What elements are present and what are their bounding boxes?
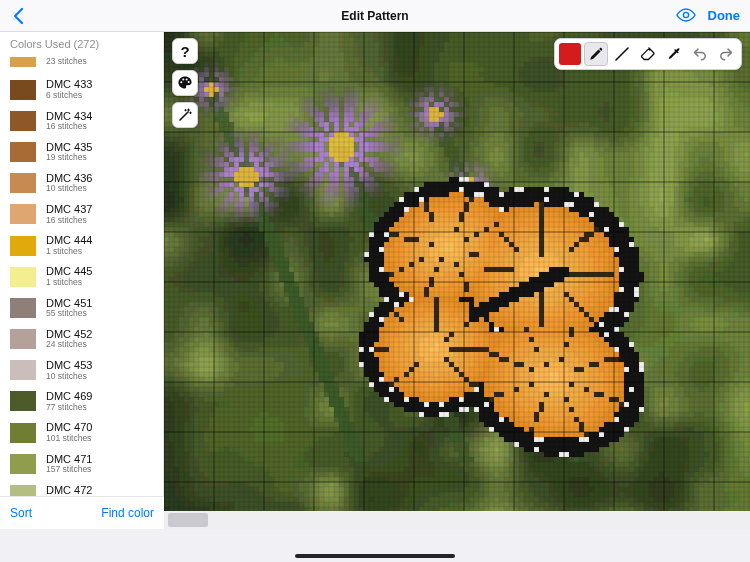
color-row[interactable]: DMC 470101 stitches [0, 417, 163, 448]
svg-rect-8060 [339, 372, 344, 377]
svg-rect-8420 [369, 387, 374, 392]
svg-rect-2147 [274, 122, 279, 127]
color-row[interactable]: DMC 43610 stitches [0, 168, 163, 199]
svg-rect-8427 [404, 387, 409, 392]
active-color-chip[interactable] [558, 42, 582, 66]
svg-rect-3492 [509, 177, 514, 182]
magic-wand-button[interactable] [172, 102, 198, 128]
help-button[interactable]: ? [172, 38, 198, 64]
svg-rect-6590 [659, 307, 664, 312]
color-row[interactable]: DMC 4451 stitches [0, 261, 163, 292]
svg-rect-4683 [564, 227, 569, 232]
svg-rect-8013 [694, 367, 699, 372]
svg-rect-5864 [569, 277, 574, 282]
color-row[interactable]: DMC 45155 stitches [0, 292, 163, 323]
svg-rect-2666 [509, 142, 514, 147]
svg-rect-5470 [369, 262, 374, 267]
svg-rect-1883 [724, 107, 729, 112]
svg-rect-4022 [209, 202, 214, 207]
color-row[interactable]: DMC 4441 stitches [0, 230, 163, 261]
eyedropper-tool[interactable] [662, 42, 686, 66]
svg-rect-6103 [584, 287, 589, 292]
horizontal-scrollbar[interactable] [164, 511, 750, 529]
svg-rect-3946 [419, 197, 424, 202]
svg-rect-4939 [664, 237, 669, 242]
pencil-tool[interactable] [584, 42, 608, 66]
svg-rect-176 [449, 37, 454, 42]
svg-rect-11075 [664, 497, 669, 502]
svg-rect-1220 [359, 82, 364, 87]
find-color-button[interactable]: Find color [101, 506, 154, 520]
svg-rect-7130 [409, 332, 414, 337]
color-row[interactable]: DMC 43416 stitches [0, 105, 163, 136]
svg-rect-5305 [724, 252, 729, 257]
color-row[interactable]: DMC 43716 stitches [0, 199, 163, 230]
svg-rect-5440 [219, 262, 224, 267]
svg-rect-4920 [569, 237, 574, 242]
svg-rect-3741 [574, 187, 579, 192]
svg-rect-1474 [449, 92, 454, 97]
svg-rect-7166 [589, 332, 594, 337]
svg-rect-2842 [209, 152, 214, 157]
svg-rect-10821 [574, 487, 579, 492]
pattern-canvas[interactable] [164, 32, 750, 511]
svg-rect-5893 [714, 277, 719, 282]
svg-rect-136 [249, 37, 254, 42]
svg-rect-6626 [249, 312, 254, 317]
svg-rect-4783 [474, 232, 479, 237]
color-row[interactable]: DMC 43519 stitches [0, 136, 163, 167]
redo-button[interactable] [714, 42, 738, 66]
svg-rect-6181 [384, 292, 389, 297]
palette-button[interactable] [172, 70, 198, 96]
svg-rect-1617 [574, 97, 579, 102]
svg-rect-3461 [354, 177, 359, 182]
line-tool[interactable] [610, 42, 634, 66]
preview-button[interactable] [676, 8, 696, 22]
svg-rect-6331 [544, 297, 549, 302]
svg-rect-169 [414, 37, 419, 42]
svg-rect-4534 [409, 222, 414, 227]
svg-rect-8224 [569, 377, 574, 382]
svg-rect-10973 [744, 492, 749, 497]
svg-rect-8640 [289, 397, 294, 402]
svg-rect-8603 [694, 392, 699, 397]
undo-button[interactable] [688, 42, 712, 66]
svg-rect-9982 [509, 452, 514, 457]
svg-rect-3829 [424, 192, 429, 197]
eraser-tool[interactable] [636, 42, 660, 66]
svg-rect-7180 [659, 332, 664, 337]
color-row[interactable]: DMC 471157 stitches [0, 448, 163, 479]
svg-rect-2920 [599, 152, 604, 157]
svg-rect-5021 [484, 242, 489, 247]
svg-rect-3522 [659, 177, 664, 182]
svg-rect-6520 [309, 307, 314, 312]
color-row[interactable]: 23 stitches [0, 54, 163, 74]
svg-rect-6132 [729, 287, 734, 292]
svg-rect-1336 [349, 87, 354, 92]
svg-rect-9966 [429, 452, 434, 457]
color-list[interactable]: 23 stitchesDMC 4336 stitchesDMC 43416 st… [0, 54, 163, 529]
svg-rect-10602 [659, 477, 664, 482]
svg-rect-5292 [659, 252, 664, 257]
svg-rect-6397 [284, 302, 289, 307]
svg-rect-5148 [529, 247, 534, 252]
svg-rect-9540 [659, 432, 664, 437]
svg-rect-4267 [254, 212, 259, 217]
svg-rect-1879 [704, 107, 709, 112]
svg-rect-9735 [454, 442, 459, 447]
svg-rect-2671 [534, 142, 539, 147]
scrollbar-thumb[interactable] [168, 513, 208, 527]
color-row[interactable]: DMC 4336 stitches [0, 74, 163, 105]
svg-rect-3325 [264, 172, 269, 177]
svg-rect-5338 [299, 257, 304, 262]
color-row[interactable]: DMC 45224 stitches [0, 324, 163, 355]
color-row[interactable]: DMC 45310 stitches [0, 355, 163, 386]
sort-button[interactable]: Sort [10, 506, 32, 520]
color-row[interactable]: DMC 46977 stitches [0, 386, 163, 417]
back-button[interactable] [6, 5, 32, 27]
svg-rect-3405 [664, 172, 669, 177]
svg-rect-9658 [659, 437, 664, 442]
svg-rect-4954 [739, 237, 744, 242]
svg-rect-633 [374, 57, 379, 62]
done-button[interactable]: Done [708, 8, 741, 23]
